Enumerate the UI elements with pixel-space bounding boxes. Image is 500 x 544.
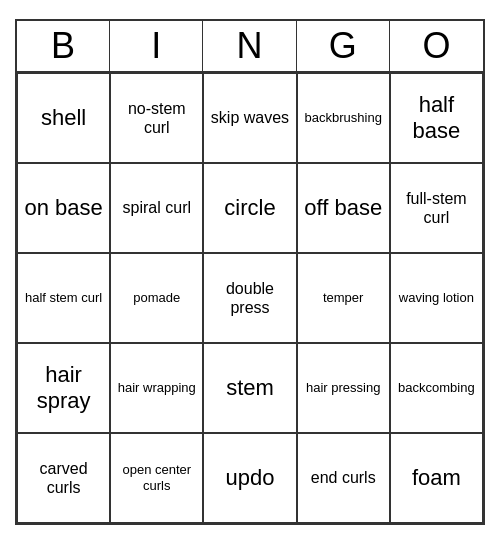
bingo-cell[interactable]: stem bbox=[203, 343, 296, 433]
cell-text: carved curls bbox=[22, 459, 105, 497]
header-letter: G bbox=[297, 21, 390, 71]
bingo-cell[interactable]: carved curls bbox=[17, 433, 110, 523]
bingo-header: BINGO bbox=[15, 19, 485, 71]
header-letter: B bbox=[17, 21, 110, 71]
cell-text: shell bbox=[41, 105, 86, 131]
cell-text: skip waves bbox=[211, 108, 289, 127]
header-letter: N bbox=[203, 21, 296, 71]
cell-text: updo bbox=[226, 465, 275, 491]
cell-text: hair wrapping bbox=[118, 380, 196, 396]
bingo-cell[interactable]: shell bbox=[17, 73, 110, 163]
bingo-cell[interactable]: spiral curl bbox=[110, 163, 203, 253]
bingo-cell[interactable]: circle bbox=[203, 163, 296, 253]
cell-text: spiral curl bbox=[123, 198, 191, 217]
bingo-cell[interactable]: skip waves bbox=[203, 73, 296, 163]
cell-text: pomade bbox=[133, 290, 180, 306]
bingo-cell[interactable]: backbrushing bbox=[297, 73, 390, 163]
cell-text: on base bbox=[24, 195, 102, 221]
bingo-cell[interactable]: half stem curl bbox=[17, 253, 110, 343]
bingo-cell[interactable]: on base bbox=[17, 163, 110, 253]
cell-text: foam bbox=[412, 465, 461, 491]
cell-text: full-stem curl bbox=[395, 189, 478, 227]
cell-text: backcombing bbox=[398, 380, 475, 396]
bingo-cell[interactable]: foam bbox=[390, 433, 483, 523]
cell-text: half base bbox=[395, 92, 478, 145]
cell-text: backbrushing bbox=[305, 110, 382, 126]
bingo-cell[interactable]: no-stem curl bbox=[110, 73, 203, 163]
bingo-cell[interactable]: temper bbox=[297, 253, 390, 343]
cell-text: waving lotion bbox=[399, 290, 474, 306]
bingo-cell[interactable]: off base bbox=[297, 163, 390, 253]
bingo-cell[interactable]: backcombing bbox=[390, 343, 483, 433]
header-letter: O bbox=[390, 21, 483, 71]
bingo-cell[interactable]: hair pressing bbox=[297, 343, 390, 433]
bingo-cell[interactable]: full-stem curl bbox=[390, 163, 483, 253]
cell-text: end curls bbox=[311, 468, 376, 487]
cell-text: no-stem curl bbox=[115, 99, 198, 137]
bingo-cell[interactable]: updo bbox=[203, 433, 296, 523]
bingo-cell[interactable]: end curls bbox=[297, 433, 390, 523]
cell-text: off base bbox=[304, 195, 382, 221]
cell-text: double press bbox=[208, 279, 291, 317]
bingo-cell[interactable]: pomade bbox=[110, 253, 203, 343]
cell-text: hair pressing bbox=[306, 380, 380, 396]
bingo-cell[interactable]: half base bbox=[390, 73, 483, 163]
bingo-cell[interactable]: waving lotion bbox=[390, 253, 483, 343]
bingo-grid: shellno-stem curlskip wavesbackbrushingh… bbox=[15, 71, 485, 525]
bingo-cell[interactable]: hair wrapping bbox=[110, 343, 203, 433]
cell-text: hair spray bbox=[22, 362, 105, 415]
bingo-cell[interactable]: open center curls bbox=[110, 433, 203, 523]
header-letter: I bbox=[110, 21, 203, 71]
cell-text: circle bbox=[224, 195, 275, 221]
cell-text: half stem curl bbox=[25, 290, 102, 306]
cell-text: open center curls bbox=[115, 462, 198, 493]
bingo-cell[interactable]: double press bbox=[203, 253, 296, 343]
cell-text: stem bbox=[226, 375, 274, 401]
bingo-cell[interactable]: hair spray bbox=[17, 343, 110, 433]
cell-text: temper bbox=[323, 290, 363, 306]
bingo-card: BINGO shellno-stem curlskip wavesbackbru… bbox=[15, 19, 485, 525]
